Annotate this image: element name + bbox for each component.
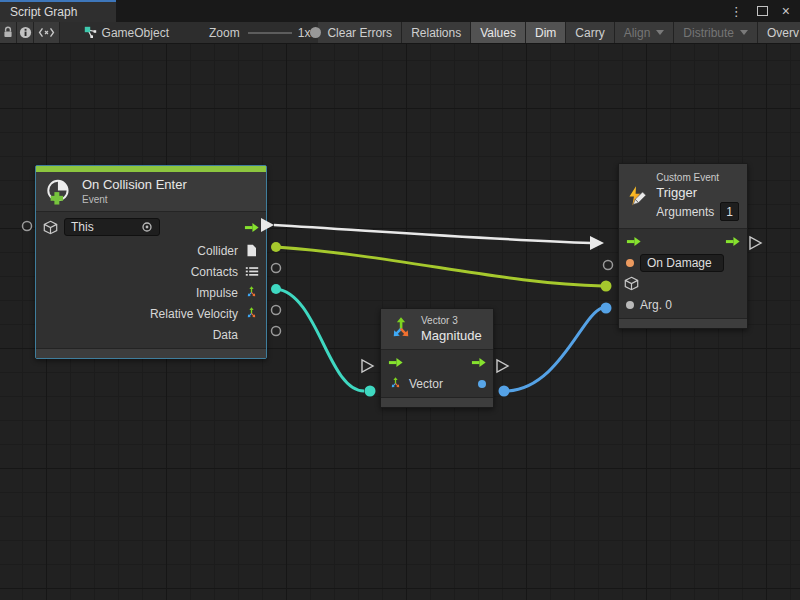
port-trigger-name-input[interactable]	[604, 261, 613, 270]
port-row-contacts: Contacts	[36, 261, 266, 282]
script-graph-icon	[84, 26, 97, 39]
flow-in-arrow-icon[interactable]	[388, 356, 403, 370]
clear-errors-button[interactable]: Clear Errors	[318, 22, 402, 43]
port-collider-output[interactable]	[271, 242, 281, 252]
tab-script-graph[interactable]: Script Graph	[0, 0, 116, 22]
chevron-down-icon	[656, 30, 664, 35]
relations-button[interactable]: Relations	[402, 22, 471, 43]
port-trigger-arg0-input[interactable]	[601, 303, 612, 314]
align-dropdown[interactable]: Align	[615, 22, 675, 43]
flow-out-arrow-icon[interactable]	[471, 356, 486, 370]
node-on-collision-enter[interactable]: On Collision Enter Event This	[35, 165, 267, 359]
port-trigger-flow-out[interactable]	[750, 237, 761, 249]
flow-out-arrow-icon[interactable]	[725, 235, 740, 249]
string-port-dot[interactable]	[626, 259, 634, 267]
event-name-field[interactable]: On Damage	[640, 254, 724, 272]
wire-flow[interactable]	[274, 225, 591, 243]
flow-out-arrow-icon[interactable]	[244, 220, 259, 234]
maximize-icon[interactable]	[757, 6, 768, 16]
node-footer	[36, 348, 266, 358]
info-icon	[19, 26, 32, 39]
zoom-slider-track	[248, 32, 292, 34]
custom-event-icon	[627, 183, 648, 210]
zoom-label: Zoom	[209, 22, 240, 43]
flow-in-arrow-icon[interactable]	[626, 235, 641, 249]
vector3-icon	[389, 317, 413, 341]
node-body: This Collider	[36, 212, 266, 348]
float-output-dot[interactable]	[478, 380, 486, 388]
gameobject-cube-icon	[43, 220, 58, 234]
port-row-vector: Vector	[381, 373, 493, 394]
port-row-data: Data	[36, 324, 266, 345]
tab-bar: Script Graph ⋮ ×	[0, 0, 800, 22]
wire-flow-arrowhead	[590, 236, 604, 250]
port-impulse-output[interactable]	[271, 284, 281, 294]
distribute-dropdown[interactable]: Distribute	[674, 22, 758, 43]
node-title: Magnitude	[421, 328, 482, 344]
wire-impulse-to-vector[interactable]	[276, 289, 364, 391]
port-row-relative-velocity: Relative Velocity	[36, 303, 266, 324]
arguments-label: Arguments	[656, 205, 714, 219]
port-row-collider: Collider	[36, 240, 266, 261]
node-magnitude[interactable]: Vector 3 Magnitude	[380, 308, 494, 408]
port-relative-velocity-output[interactable]	[272, 306, 281, 315]
port-row-event-name: On Damage	[619, 252, 747, 273]
target-row: This	[36, 214, 266, 240]
node-title: Trigger	[656, 185, 739, 201]
tab-strip-spacer	[116, 0, 730, 22]
port-contacts-output[interactable]	[272, 264, 281, 273]
gameobject-label: GameObject	[102, 26, 169, 40]
zoom-slider[interactable]	[248, 22, 292, 44]
port-magnitude-output[interactable]	[499, 386, 510, 397]
wire-magnitude-to-arg0[interactable]	[505, 308, 602, 391]
object-port-dot[interactable]	[626, 301, 634, 309]
port-magnitude-flow-in[interactable]	[362, 360, 373, 372]
port-magnitude-flow-out[interactable]	[497, 360, 508, 372]
lock-button[interactable]	[0, 22, 17, 43]
wire-collider-to-target[interactable]	[276, 247, 603, 286]
chevron-down-icon	[740, 30, 748, 35]
node-trigger-custom-event[interactable]: Custom Event Trigger Arguments 1	[618, 163, 748, 329]
graph-toolbar: GameObject Zoom 1x Clear Errors Relation…	[0, 22, 800, 44]
gameobject-cube-icon	[624, 277, 639, 291]
port-magnitude-vector-input[interactable]	[365, 386, 376, 397]
target-field[interactable]: This	[64, 218, 160, 236]
flow-row	[381, 352, 493, 373]
object-picker-icon[interactable]	[141, 221, 153, 233]
port-event-target-input[interactable]	[23, 222, 32, 231]
vector3-icon	[244, 286, 259, 300]
node-category: Vector 3	[421, 314, 482, 328]
inspect-button[interactable]	[17, 22, 34, 43]
node-category: Custom Event	[656, 171, 739, 185]
port-row-target	[619, 273, 747, 294]
code-icon	[37, 27, 56, 38]
vector3-icon	[244, 307, 259, 321]
toolbar-buttons: Clear Errors Relations Values Dim Carry …	[318, 22, 800, 43]
node-header: Vector 3 Magnitude	[381, 309, 493, 350]
node-footer	[619, 318, 747, 328]
overview-button[interactable]: Overv	[758, 22, 800, 43]
arguments-field[interactable]: 1	[720, 202, 739, 221]
carry-toggle[interactable]: Carry	[566, 22, 614, 43]
tab-title: Script Graph	[10, 5, 77, 19]
node-header: On Collision Enter Event	[36, 172, 266, 212]
node-title: On Collision Enter	[82, 177, 187, 193]
menu-icon[interactable]: ⋮	[730, 5, 743, 18]
node-subtitle: Event	[82, 193, 187, 206]
port-data-output[interactable]	[272, 327, 281, 336]
close-icon[interactable]: ×	[782, 4, 790, 18]
node-body: On Damage Arg. 0	[619, 229, 747, 318]
graph-canvas[interactable]: On Collision Enter Event This	[0, 44, 800, 600]
port-trigger-target-input[interactable]	[601, 281, 612, 292]
zoom-slider-handle[interactable]	[310, 27, 321, 38]
graph-owner[interactable]: GameObject	[84, 22, 169, 43]
port-row-arg0: Arg. 0	[619, 294, 747, 315]
values-toggle[interactable]: Values	[471, 22, 526, 43]
flow-row	[619, 231, 747, 252]
node-body: Vector	[381, 350, 493, 397]
code-preview-button[interactable]	[34, 22, 59, 43]
empty-icon-slot	[244, 328, 259, 342]
unity-script-graph-window: Script Graph ⋮ ×	[0, 0, 800, 600]
lock-icon	[2, 26, 14, 39]
dim-toggle[interactable]: Dim	[526, 22, 566, 43]
